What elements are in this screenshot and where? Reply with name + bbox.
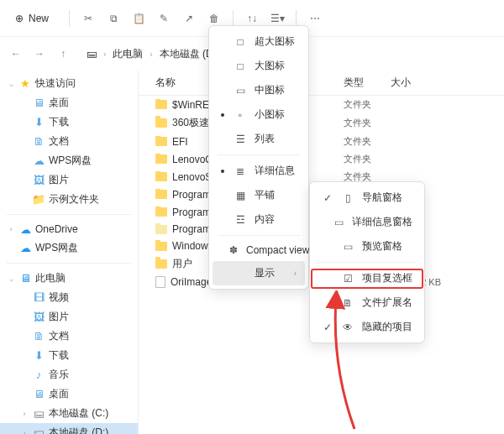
up-button[interactable]: ↑ (55, 46, 71, 61)
sidebar-item[interactable]: ☁ WPS网盘 (0, 151, 138, 170)
sidebar-item[interactable]: 🖼 图片 (0, 170, 138, 190)
menu-item[interactable]: □ 超大图标 (213, 29, 305, 54)
file-row[interactable]: $WinREAgent 2:15 文件夹 (139, 96, 504, 113)
sidebar-quick-access[interactable]: ⌵ ★ 快速访问 (0, 74, 138, 93)
sidebar-item[interactable]: › 🖴 本地磁盘 (D:) (0, 423, 138, 434)
menu-item-icon: □ (234, 60, 246, 72)
menu-item-label: 列表 (255, 132, 275, 146)
menu-item-icon: ▭ (342, 241, 354, 253)
menu-item[interactable]: 🗎 文件扩展名 (313, 290, 421, 315)
item-icon: 🖴 (32, 407, 45, 421)
col-size[interactable]: 大小 (391, 76, 441, 90)
menu-item-icon: ☰ (234, 133, 246, 145)
menu-item[interactable]: ≣ 详细信息 (213, 159, 305, 183)
menu-item-label: 项目复选框 (362, 271, 412, 285)
sidebar-label: WPS网盘 (35, 241, 78, 255)
more-icon[interactable]: ⋯ (308, 12, 322, 25)
menu-item[interactable]: ✓ 👁 隐藏的项目 (313, 315, 421, 339)
file-row[interactable]: LenovoQMDownload 6 19:40 文件夹 (139, 150, 504, 168)
menu-item[interactable]: ☲ 内容 (213, 207, 305, 232)
sidebar-item[interactable]: 🖥 桌面 (0, 93, 138, 112)
menu-item[interactable]: ☰ 列表 (213, 127, 305, 151)
delete-icon[interactable]: 🗑 (207, 12, 221, 25)
sidebar-item[interactable]: 📁 示例文件夹 (0, 190, 138, 209)
menu-item[interactable]: ▭ 中图标 (213, 78, 305, 102)
file-type: 文件夹 (344, 98, 391, 111)
column-headers: 名称 类型 大小 (139, 71, 504, 96)
col-type[interactable]: 类型 (344, 76, 391, 90)
separator (296, 10, 297, 27)
new-button[interactable]: ⊕ New (7, 9, 57, 28)
file-name: 用户 (172, 257, 192, 271)
sidebar-item[interactable]: ♪ 音乐 (0, 365, 138, 384)
chevron-down-icon: ⌵ (7, 275, 15, 283)
check-icon: ✓ (322, 192, 333, 204)
separator (69, 10, 70, 27)
item-icon: 🖥 (32, 97, 45, 110)
sidebar-item[interactable]: 🗎 文档 (0, 327, 138, 346)
item-icon: ☁ (32, 154, 45, 168)
sidebar-item-label: 下载 (49, 115, 69, 129)
sidebar-onedrive[interactable]: › ☁ OneDrive (0, 220, 138, 238)
cut-icon[interactable]: ✂ (81, 12, 95, 25)
menu-item-icon (234, 268, 246, 280)
folder-icon (155, 225, 167, 234)
sidebar-item-label: 图片 (49, 173, 69, 187)
sidebar-item[interactable]: › 🖴 本地磁盘 (C:) (0, 404, 138, 423)
sidebar-item-label: WPS网盘 (49, 154, 92, 168)
menu-item-icon: 🗎 (342, 297, 354, 309)
item-icon: ⬇ (32, 116, 45, 129)
file-type: 文件夹 (344, 153, 391, 165)
radio-dot (221, 170, 224, 173)
separator (7, 263, 131, 264)
share-icon[interactable]: ↗ (182, 12, 196, 25)
menu-item[interactable]: □ 大图标 (213, 54, 305, 78)
menu-item[interactable]: 显示 › (213, 261, 305, 285)
menu-item[interactable]: ✽ Compact view (213, 239, 305, 261)
check-icon: ✓ (322, 322, 333, 333)
plus-icon: ⊕ (15, 13, 24, 24)
sidebar-item-label: 本地磁盘 (C:) (49, 406, 108, 421)
menu-item-label: 导航窗格 (362, 191, 402, 205)
menu-item[interactable]: ▭ 详细信息窗格 (313, 210, 421, 234)
separator (218, 235, 300, 236)
sidebar-item[interactable]: ⬇ 下载 (0, 112, 138, 132)
sidebar: ⌵ ★ 快速访问 🖥 桌面 ⬇ 下载 🗎 文档 ☁ WPS网盘 🖼 图片 📁 示… (0, 71, 139, 434)
sidebar-label: OneDrive (35, 223, 78, 235)
file-row[interactable]: 360极速浏览器下载 3 17:26 文件夹 (139, 113, 504, 133)
file-type: 文件夹 (344, 135, 391, 148)
sidebar-item-label: 下载 (49, 348, 69, 363)
forward-button[interactable]: → (32, 46, 47, 61)
sort-icon[interactable]: ↑↓ (245, 12, 259, 25)
menu-item-icon: ▭ (234, 85, 246, 97)
menu-item-icon: 👁 (342, 322, 354, 333)
menu-item[interactable]: ▦ 平铺 (213, 183, 305, 207)
file-icon (155, 276, 165, 288)
paste-icon[interactable]: 📋 (132, 12, 145, 25)
sidebar-item[interactable]: ⬇ 下载 (0, 346, 138, 365)
sidebar-wps[interactable]: ☁ WPS网盘 (0, 238, 138, 258)
rename-icon[interactable]: ✎ (157, 12, 171, 25)
back-button[interactable]: ← (8, 46, 24, 61)
cloud-icon: ☁ (18, 242, 32, 255)
menu-item-label: 详细信息窗格 (352, 215, 412, 229)
view-icon[interactable]: ☰▾ (270, 12, 284, 25)
sidebar-item[interactable]: 🎞 视频 (0, 288, 138, 307)
menu-item-icon: □ (234, 36, 246, 48)
item-icon: 📁 (32, 193, 45, 207)
sidebar-item[interactable]: 🖥 桌面 (0, 384, 138, 404)
copy-icon[interactable]: ⧉ (107, 12, 120, 25)
menu-item[interactable]: ▫ 小图标 (213, 102, 305, 127)
menu-item[interactable]: ☑ 项目复选框 (313, 266, 421, 290)
menu-item-label: 小图标 (255, 107, 285, 122)
sidebar-pc[interactable]: ⌵ 🖥 此电脑 (0, 269, 138, 288)
item-icon: 🗎 (32, 330, 45, 343)
menu-item-label: 详细信息 (255, 164, 295, 178)
menu-item[interactable]: ▭ 预览窗格 (313, 234, 421, 259)
breadcrumb-pc[interactable]: 此电脑 (113, 47, 143, 61)
sidebar-item[interactable]: 🗎 文档 (0, 132, 138, 151)
sidebar-item[interactable]: 🖼 图片 (0, 307, 138, 327)
file-row[interactable]: EFI 6 17:18 文件夹 (139, 133, 504, 150)
separator (233, 10, 234, 27)
menu-item[interactable]: ✓ ▯ 导航窗格 (313, 186, 421, 210)
